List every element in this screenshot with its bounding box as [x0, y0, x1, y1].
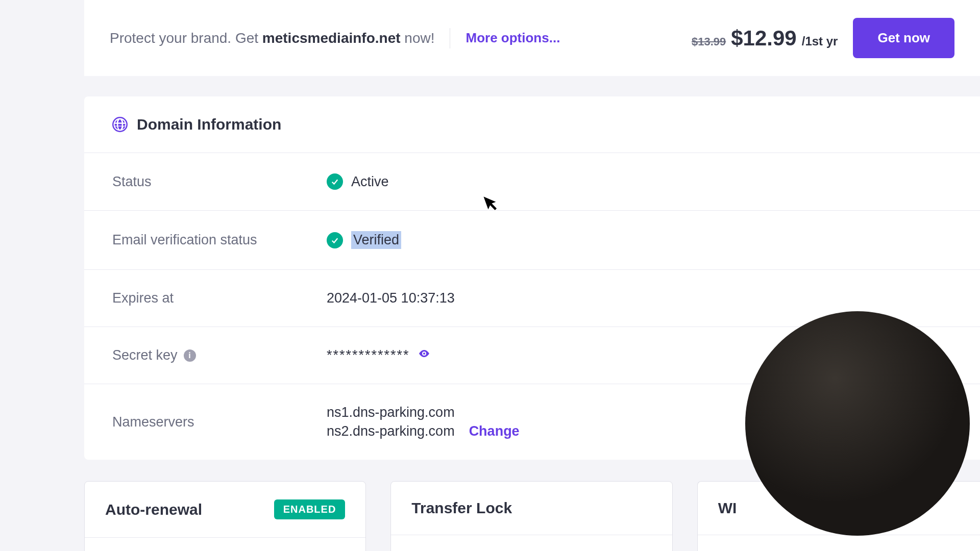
enabled-badge: ENABLED — [274, 499, 346, 519]
transfer-lock-card: Transfer Lock Easily secure your domain … — [390, 481, 672, 551]
get-now-button[interactable]: Get now — [853, 18, 954, 58]
price-block: $13.99 $12.99/1st yr — [692, 26, 838, 51]
status-row: Status Active — [84, 153, 980, 210]
transfer-lock-body: Easily secure your domain from unauthori… — [391, 535, 672, 551]
card-header: Domain Information — [84, 96, 980, 153]
status-label: Status — [112, 174, 327, 190]
status-text: Active — [351, 174, 389, 190]
auto-renewal-header: Auto-renewal ENABLED — [85, 482, 365, 538]
promo-text: Protect your brand. Get meticsmediainfo.… — [110, 30, 434, 46]
promo-domain: meticsmediainfo.net — [262, 30, 401, 46]
nameserver-1: ns1.dns-parking.com — [327, 405, 520, 420]
transfer-lock-header: Transfer Lock — [391, 482, 672, 535]
domain-info-title: Domain Information — [137, 116, 281, 133]
check-icon — [327, 232, 343, 248]
auto-renewal-title: Auto-renewal — [105, 501, 202, 518]
whois-body: An e inforn — [698, 535, 980, 551]
old-price: $13.99 — [692, 35, 726, 48]
email-verification-value: Verified — [327, 231, 401, 249]
eye-icon[interactable] — [418, 347, 430, 363]
promo-suffix: now! — [401, 30, 435, 46]
promo-left: Protect your brand. Get meticsmediainfo.… — [110, 28, 560, 48]
price-period: /1st yr — [802, 34, 838, 48]
promo-right: $13.99 $12.99/1st yr Get now — [692, 18, 954, 58]
svg-point-0 — [113, 117, 127, 132]
transfer-lock-title: Transfer Lock — [411, 499, 512, 517]
check-icon — [327, 173, 343, 190]
email-verification-text: Verified — [351, 231, 401, 249]
expires-label: Expires at — [112, 290, 327, 306]
nameserver-2: ns2.dns-parking.com — [327, 423, 455, 439]
secret-masked: ************* — [327, 347, 410, 363]
email-verification-row: Email verification status Verified — [84, 210, 980, 269]
globe-icon — [112, 117, 128, 132]
whois-title: WI — [718, 499, 737, 517]
more-options-link[interactable]: More options... — [465, 30, 560, 46]
secret-key-value: ************* — [327, 347, 430, 363]
webcam-overlay — [745, 311, 970, 536]
nameserver-2-row: ns2.dns-parking.com Change — [327, 423, 520, 439]
secret-label-text: Secret key — [112, 347, 178, 363]
nameservers-label: Nameservers — [112, 414, 327, 430]
email-verification-label: Email verification status — [112, 232, 327, 248]
info-icon[interactable]: i — [184, 349, 196, 362]
nameservers-value: ns1.dns-parking.com ns2.dns-parking.com … — [327, 405, 520, 439]
auto-renewal-card: Auto-renewal ENABLED We will automatical… — [84, 481, 366, 551]
status-value: Active — [327, 173, 389, 190]
divider — [450, 28, 450, 48]
change-nameservers-link[interactable]: Change — [469, 423, 520, 439]
secret-key-label: Secret key i — [112, 347, 327, 363]
auto-renewal-body: We will automatically renew the domain t… — [85, 538, 365, 551]
expires-value: 2024-01-05 10:37:13 — [327, 290, 455, 306]
promo-banner: Protect your brand. Get meticsmediainfo.… — [84, 0, 980, 76]
promo-prefix: Protect your brand. Get — [110, 30, 262, 46]
new-price: $12.99 — [731, 26, 796, 51]
